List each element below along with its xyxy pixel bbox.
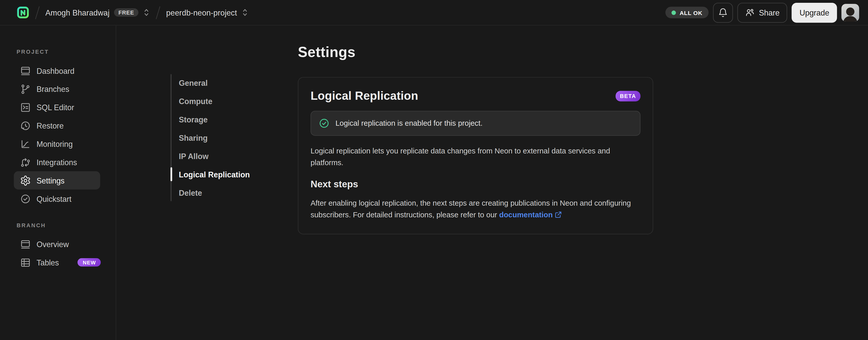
org-plan-badge: FREE: [114, 8, 138, 17]
next-steps-text: After enabling logical replication, the …: [310, 197, 641, 220]
breadcrumb-separator: [35, 6, 39, 19]
sidebar-item-label: Tables: [37, 258, 59, 267]
sidebar-item-label: Quickstart: [37, 194, 71, 203]
bell-icon: [718, 7, 728, 17]
topbar-actions: ALL OK: [665, 3, 859, 22]
documentation-link-label: documentation: [499, 210, 553, 219]
sidebar-item-monitoring[interactable]: Monitoring: [14, 135, 100, 153]
settings-tab-sharing[interactable]: Sharing: [170, 129, 250, 147]
terminal-square-icon: [20, 102, 31, 113]
settings-subnav: General Compute Storage Sharing IP Allow…: [170, 74, 250, 202]
settings-tab-general[interactable]: General: [170, 74, 250, 92]
sidebar-item-integrations[interactable]: Integrations: [14, 153, 100, 171]
sidebar-item-label: Monitoring: [37, 139, 73, 148]
project-name: peerdb-neon-project: [166, 8, 237, 17]
sidebar-item-label: Integrations: [37, 158, 77, 166]
card-header: Logical Replication BETA: [310, 89, 641, 103]
check-circle-icon: [319, 118, 329, 129]
settings-tab-logical-replication[interactable]: Logical Replication: [170, 165, 250, 183]
gear-icon: [20, 175, 31, 186]
sidebar-item-tables[interactable]: Tables NEW: [14, 253, 100, 272]
sidebar-item-restore[interactable]: Restore: [14, 116, 100, 135]
breadcrumb-project[interactable]: peerdb-neon-project: [166, 8, 249, 17]
settings-tab-delete[interactable]: Delete: [170, 183, 250, 202]
main-content: Settings Logical Replication BETA Logica…: [298, 25, 868, 340]
breadcrumb-org[interactable]: Amogh Bharadwaj FREE: [45, 8, 150, 17]
settings-tab-ip-allow[interactable]: IP Allow: [170, 147, 250, 165]
settings-tab-storage[interactable]: Storage: [170, 110, 250, 129]
next-steps-title: Next steps: [310, 179, 641, 190]
logical-replication-card: Logical Replication BETA Logical replica…: [298, 77, 653, 234]
next-steps-text-body: After enabling logical replication, the …: [310, 199, 631, 219]
enabled-alert-text: Logical replication is enabled for this …: [335, 119, 482, 128]
beta-badge: BETA: [616, 91, 641, 101]
sidebar-item-label: Overview: [37, 240, 69, 249]
share-button[interactable]: Share: [737, 3, 787, 22]
documentation-link[interactable]: documentation: [499, 210, 562, 219]
dashboard-icon: [20, 65, 31, 76]
card-title: Logical Replication: [310, 89, 418, 103]
sidebar-item-label: Restore: [37, 121, 64, 130]
sidebar-item-label: SQL Editor: [37, 103, 74, 112]
git-branch-icon: [20, 83, 31, 95]
page-title: Settings: [298, 44, 868, 61]
window-icon: [20, 238, 31, 250]
sidebar-item-settings[interactable]: Settings: [14, 171, 100, 190]
chevron-updown-icon[interactable]: [143, 8, 150, 17]
sidebar-section-project: PROJECT: [17, 49, 116, 55]
avatar[interactable]: [841, 4, 859, 21]
history-icon: [20, 120, 31, 131]
sidebar-item-dashboard[interactable]: Dashboard: [14, 62, 100, 80]
sidebar-item-label: Settings: [37, 176, 65, 185]
integrations-icon: [20, 157, 31, 168]
sidebar-section-branch: BRANCH: [17, 222, 116, 228]
upgrade-button[interactable]: Upgrade: [792, 3, 837, 22]
sidebar: PROJECT Dashboard Branches: [0, 25, 116, 340]
sidebar-item-branches[interactable]: Branches: [14, 80, 100, 98]
table-icon: [20, 257, 31, 268]
sidebar-item-label: Dashboard: [37, 66, 74, 75]
notifications-button[interactable]: [713, 3, 733, 22]
status-label: ALL OK: [680, 9, 703, 16]
sidebar-item-quickstart[interactable]: Quickstart: [14, 190, 100, 208]
settings-tab-compute[interactable]: Compute: [170, 92, 250, 110]
description-text: Logical replication lets you replicate d…: [310, 145, 635, 168]
share-label: Share: [759, 8, 779, 17]
chart-line-icon: [20, 138, 31, 149]
status-pill[interactable]: ALL OK: [665, 7, 708, 18]
neon-console: Amogh Bharadwaj FREE peerdb-neon-project…: [0, 0, 868, 340]
status-dot-icon: [671, 10, 676, 15]
enabled-alert: Logical replication is enabled for this …: [310, 111, 641, 136]
neon-logo[interactable]: [17, 6, 29, 19]
sidebar-item-label: Branches: [37, 84, 69, 93]
breadcrumb-separator: [156, 6, 160, 19]
sidebar-item-overview[interactable]: Overview: [14, 235, 100, 253]
sidebar-item-sql-editor[interactable]: SQL Editor: [14, 98, 100, 116]
users-icon: [745, 8, 754, 17]
topbar: Amogh Bharadwaj FREE peerdb-neon-project…: [0, 0, 868, 25]
org-name: Amogh Bharadwaj: [45, 8, 110, 17]
chevron-updown-icon[interactable]: [242, 8, 249, 17]
check-circle-icon: [20, 193, 31, 204]
external-link-icon: [555, 211, 562, 218]
new-badge: NEW: [78, 258, 101, 266]
